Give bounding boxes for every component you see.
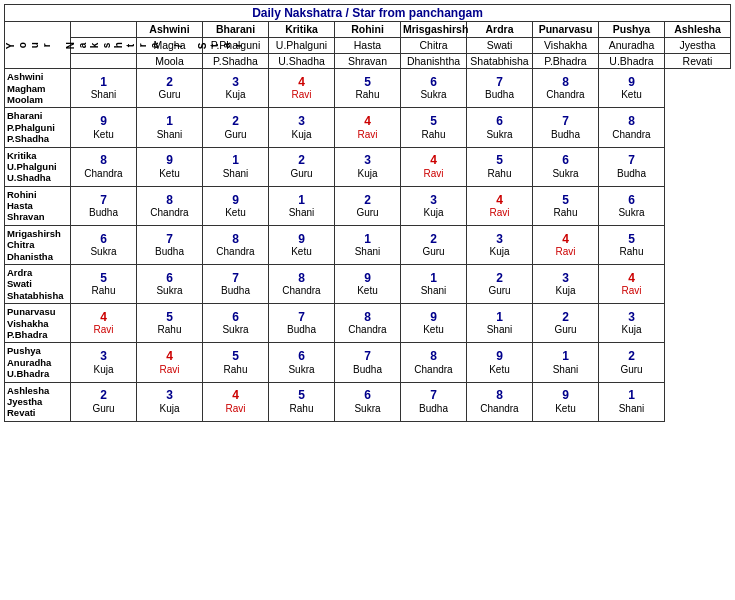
cell-planet: Shani: [157, 129, 183, 141]
cell-r2-c8: 7Budha: [599, 147, 665, 186]
cell-r7-c4: 7Budha: [335, 343, 401, 382]
table-row: Punarvasu Vishakha P.Bhadra4Ravi5Rahu6Su…: [5, 304, 731, 343]
cell-planet: Budha: [419, 403, 448, 415]
cell-r0-c2: 3Kuja: [203, 69, 269, 108]
cell-r0-c5: 6Sukra: [401, 69, 467, 108]
cell-num: 8: [166, 193, 173, 207]
row-label-5: Ardra Swati Shatabhisha: [5, 265, 71, 304]
row-label-3: Rohini Hasta Shravan: [5, 186, 71, 225]
cell-num: 2: [364, 193, 371, 207]
cell-num: 1: [100, 75, 107, 89]
cell-planet: Sukra: [288, 364, 314, 376]
cell-planet: Rahu: [620, 246, 644, 258]
cell-r2-c0: 8Chandra: [71, 147, 137, 186]
col-header-bot-3: Shravan: [335, 53, 401, 69]
cell-num: 6: [166, 271, 173, 285]
nakshatra-table: Daily Nakshatra / Star from panchangam Y…: [4, 4, 731, 422]
cell-r3-c4: 2Guru: [335, 186, 401, 225]
cell-r7-c1: 4Ravi: [137, 343, 203, 382]
cell-planet: Kuja: [621, 324, 641, 336]
col-header-bot-2: U.Shadha: [269, 53, 335, 69]
table-row: Rohini Hasta Shravan7Budha8Chandra9Ketu1…: [5, 186, 731, 225]
cell-r7-c3: 6Sukra: [269, 343, 335, 382]
cell-r0-c0: 1Shani: [71, 69, 137, 108]
cell-planet: Guru: [356, 207, 378, 219]
cell-num: 1: [364, 232, 371, 246]
cell-planet: Chandra: [546, 89, 584, 101]
cell-planet: Budha: [287, 324, 316, 336]
cell-planet: Shani: [223, 168, 249, 180]
cell-num: 8: [364, 310, 371, 324]
cell-planet: Kuja: [93, 364, 113, 376]
cell-planet: Ravi: [291, 89, 311, 101]
cell-r4-c7: 4Ravi: [533, 225, 599, 264]
cell-r5-c1: 6Sukra: [137, 265, 203, 304]
cell-r5-c6: 2Guru: [467, 265, 533, 304]
header-top-row: Your Nakshtra / Star Ashwini Bharani Kri…: [5, 22, 731, 38]
cell-r5-c7: 3Kuja: [533, 265, 599, 304]
row-label-6: Punarvasu Vishakha P.Bhadra: [5, 304, 71, 343]
cell-planet: Chandra: [216, 246, 254, 258]
cell-planet: Rahu: [92, 285, 116, 297]
col-header-bot-8: Revati: [665, 53, 731, 69]
col-header-top-7: Pushya: [599, 22, 665, 38]
cell-planet: Shani: [421, 285, 447, 297]
cell-r6-c2: 6Sukra: [203, 304, 269, 343]
cell-planet: Ketu: [291, 246, 312, 258]
cell-planet: Ketu: [225, 207, 246, 219]
cell-num: 4: [364, 114, 371, 128]
col-header-mid-2: U.Phalguni: [269, 37, 335, 53]
row-label-8: Ashlesha Jyestha Revati: [5, 382, 71, 421]
side-label-cell: Your Nakshtra / Star: [5, 22, 71, 69]
cell-num: 1: [628, 388, 635, 402]
cell-planet: Ketu: [555, 403, 576, 415]
cell-num: 1: [496, 310, 503, 324]
cell-r1-c4: 4Ravi: [335, 108, 401, 147]
cell-r8-c1: 3Kuja: [137, 382, 203, 421]
row-label-7: Pushya Anuradha U.Bhadra: [5, 343, 71, 382]
cell-num: 4: [166, 349, 173, 363]
cell-planet: Shani: [553, 364, 579, 376]
cell-num: 3: [496, 232, 503, 246]
col-header-top-3: Rohini: [335, 22, 401, 38]
cell-r0-c6: 7Budha: [467, 69, 533, 108]
cell-num: 5: [628, 232, 635, 246]
col-header-bot-1: P.Shadha: [203, 53, 269, 69]
cell-r0-c3: 4Ravi: [269, 69, 335, 108]
table-row: Bharani P.Phalguni P.Shadha9Ketu1Shani2G…: [5, 108, 731, 147]
cell-planet: Chandra: [282, 285, 320, 297]
cell-r0-c8: 9Ketu: [599, 69, 665, 108]
cell-r3-c5: 3Kuja: [401, 186, 467, 225]
cell-r4-c5: 2Guru: [401, 225, 467, 264]
cell-num: 5: [232, 349, 239, 363]
cell-num: 3: [562, 271, 569, 285]
cell-r2-c1: 9Ketu: [137, 147, 203, 186]
col-header-bot-0: Moola: [137, 53, 203, 69]
cell-planet: Rahu: [422, 129, 446, 141]
cell-planet: Ravi: [489, 207, 509, 219]
cell-num: 7: [166, 232, 173, 246]
table-row: Ashlesha Jyestha Revati2Guru3Kuja4Ravi5R…: [5, 382, 731, 421]
cell-r4-c3: 9Ketu: [269, 225, 335, 264]
cell-num: 8: [430, 349, 437, 363]
cell-r3-c8: 6Sukra: [599, 186, 665, 225]
cell-r6-c8: 3Kuja: [599, 304, 665, 343]
cell-planet: Sukra: [90, 246, 116, 258]
cell-r0-c7: 8Chandra: [533, 69, 599, 108]
cell-r7-c8: 2Guru: [599, 343, 665, 382]
cell-num: 5: [562, 193, 569, 207]
cell-num: 2: [166, 75, 173, 89]
cell-num: 9: [232, 193, 239, 207]
cell-planet: Chandra: [150, 207, 188, 219]
cell-r4-c2: 8Chandra: [203, 225, 269, 264]
row-label-4: Mrigashirsh Chitra Dhanistha: [5, 225, 71, 264]
cell-r6-c5: 9Ketu: [401, 304, 467, 343]
cell-planet: Ravi: [357, 129, 377, 141]
cell-planet: Guru: [290, 168, 312, 180]
cell-planet: Ketu: [621, 89, 642, 101]
cell-r5-c5: 1Shani: [401, 265, 467, 304]
cell-num: 7: [430, 388, 437, 402]
col-header-top-4: Mrisgashirsh: [401, 22, 467, 38]
cell-num: 3: [298, 114, 305, 128]
cell-num: 6: [100, 232, 107, 246]
